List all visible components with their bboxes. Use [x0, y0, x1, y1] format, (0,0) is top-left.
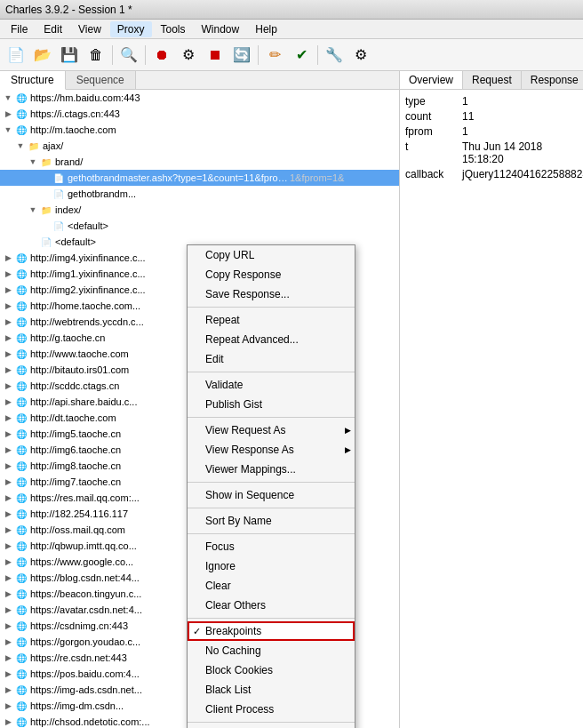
expand-icon[interactable]: ▶	[2, 685, 14, 694]
ctx-ignore[interactable]: Ignore	[188, 556, 355, 576]
toolbar-settings-gear[interactable]: ⚙	[348, 43, 373, 68]
expand-icon[interactable]: ▶	[2, 637, 14, 646]
expand-icon[interactable]: ▶	[2, 605, 14, 614]
expand-icon[interactable]: ▶	[2, 269, 14, 278]
ctx-black-list[interactable]: Black List	[188, 680, 355, 700]
toolbar-tools-wrench[interactable]: 🔧	[322, 43, 347, 68]
toolbar-checkmark[interactable]: ✔	[289, 43, 314, 68]
expand-icon[interactable]: ▶	[2, 461, 14, 470]
expand-icon[interactable]: ▼	[14, 141, 27, 150]
ctx-view-response-as[interactable]: View Response As	[188, 440, 355, 460]
tree-item[interactable]: ▼ 🌐 https://hm.baidu.com:443	[0, 90, 399, 106]
ctx-validate[interactable]: Validate	[188, 375, 355, 395]
expand-icon[interactable]: ▼	[27, 205, 39, 214]
tree-item-selected[interactable]: 📄 gethotbrandmaster.ashx?type=1&count=11…	[0, 170, 399, 186]
ctx-clear-others[interactable]: Clear Others	[188, 596, 355, 615]
expand-icon[interactable]: ▶	[2, 381, 14, 390]
tree-item[interactable]: 📄 gethotbrandm...	[0, 186, 399, 202]
expand-icon[interactable]: ▶	[2, 301, 14, 310]
toolbar-stop[interactable]: ⏹	[203, 43, 228, 68]
toolbar-edit-pencil[interactable]: ✏	[262, 43, 287, 68]
ctx-block-cookies[interactable]: Block Cookies	[188, 660, 355, 680]
globe-icon: 🌐	[14, 123, 28, 137]
ctx-focus[interactable]: Focus	[188, 537, 355, 556]
ctx-repeat[interactable]: Repeat	[188, 310, 355, 330]
expand-icon[interactable]: ▶	[2, 429, 14, 438]
expand-icon[interactable]: ▶	[2, 701, 14, 710]
expand-icon[interactable]: ▶	[2, 445, 14, 454]
expand-icon[interactable]: ▶	[2, 573, 14, 582]
expand-icon[interactable]: ▶	[2, 509, 14, 518]
expand-icon[interactable]: ▼	[2, 125, 14, 134]
expand-icon[interactable]: ▶	[2, 413, 14, 422]
tab-structure[interactable]: Structure	[0, 71, 66, 90]
tree-item[interactable]: ▼ 📁 ajax/	[0, 138, 399, 154]
ctx-publish-gist[interactable]: Publish Gist	[188, 395, 355, 414]
ctx-save-response[interactable]: Save Response...	[188, 284, 355, 304]
ctx-view-request-as[interactable]: View Request As	[188, 420, 355, 440]
tree-item[interactable]: ▼ 📁 brand/	[0, 154, 399, 170]
tab-sequence[interactable]: Sequence	[66, 71, 136, 89]
expand-icon[interactable]: ▶	[2, 333, 14, 342]
tree-item[interactable]: ▶ 🌐 https://i.ctags.cn:443	[0, 106, 399, 122]
menu-proxy[interactable]: Proxy	[110, 21, 152, 37]
ctx-viewer-mappings[interactable]: Viewer Mappings...	[188, 460, 355, 479]
ctx-clear[interactable]: Clear	[188, 576, 355, 596]
tree-item[interactable]: ▼ 📁 index/	[0, 202, 399, 218]
toolbar-delete[interactable]: 🗑	[84, 43, 108, 68]
menu-view[interactable]: View	[71, 21, 108, 37]
expand-icon[interactable]: ▶	[2, 621, 14, 630]
expand-icon[interactable]: ▶	[2, 525, 14, 534]
ctx-breakpoints[interactable]: ✓ Breakpoints	[188, 621, 355, 641]
expand-icon[interactable]: ▶	[2, 285, 14, 294]
expand-icon[interactable]: ▶	[2, 109, 14, 118]
ctx-client-process[interactable]: Client Process	[188, 700, 355, 719]
tab-response[interactable]: Response	[522, 71, 583, 89]
expand-icon[interactable]: ▶	[2, 397, 14, 406]
expand-icon[interactable]: ▼	[2, 93, 14, 102]
menu-window[interactable]: Window	[195, 21, 247, 37]
right-row-fprom: fprom 1	[405, 125, 578, 138]
ctx-no-caching[interactable]: No Caching	[188, 641, 355, 660]
ctx-repeat-advanced[interactable]: Repeat Advanced...	[188, 330, 355, 349]
tree-item-continuation: 1&fprom=1&	[290, 172, 344, 183]
tree-item[interactable]: ▼ 🌐 http://m.taoche.com	[0, 122, 399, 138]
expand-icon[interactable]: ▶	[2, 717, 14, 726]
tab-overview[interactable]: Overview	[400, 71, 463, 89]
globe-icon: 🌐	[14, 411, 28, 425]
expand-icon[interactable]: ▶	[2, 253, 14, 262]
expand-icon[interactable]: ▶	[2, 365, 14, 374]
expand-icon[interactable]: ▶	[2, 557, 14, 566]
ctx-copy-response[interactable]: Copy Response	[188, 265, 355, 284]
tab-request[interactable]: Request	[463, 71, 522, 89]
menu-help[interactable]: Help	[248, 21, 284, 37]
globe-icon: 🌐	[14, 619, 28, 633]
tree-item[interactable]: 📄 <default>	[0, 218, 399, 234]
ctx-sep	[188, 417, 355, 418]
expand-icon[interactable]: ▶	[2, 589, 14, 598]
expand-icon[interactable]: ▶	[2, 349, 14, 358]
tree-item-label: http://182.254.116.117	[30, 508, 128, 519]
menu-edit[interactable]: Edit	[36, 21, 69, 37]
toolbar-record[interactable]: ⏺	[149, 43, 174, 68]
ctx-sort-by-name[interactable]: Sort By Name	[188, 511, 355, 531]
ctx-edit[interactable]: Edit	[188, 349, 355, 369]
toolbar-search[interactable]: 🔍	[116, 43, 141, 68]
toolbar-save[interactable]: 💾	[57, 43, 82, 68]
expand-icon[interactable]: ▶	[2, 477, 14, 486]
toolbar-reload[interactable]: 🔄	[229, 43, 254, 68]
expand-icon[interactable]: ▶	[2, 493, 14, 502]
ctx-copy-url[interactable]: Copy URL	[188, 245, 355, 265]
toolbar-open[interactable]: 📂	[30, 43, 55, 68]
menu-tools[interactable]: Tools	[154, 21, 193, 37]
expand-icon[interactable]: ▶	[2, 653, 14, 662]
expand-icon[interactable]: ▼	[27, 157, 39, 166]
expand-icon[interactable]: ▶	[2, 541, 14, 550]
expand-icon[interactable]: ▶	[2, 317, 14, 326]
toolbar-new-session[interactable]: 📄	[4, 43, 28, 68]
toolbar-filter[interactable]: ⚙	[176, 43, 201, 68]
menu-file[interactable]: File	[4, 21, 35, 37]
expand-icon[interactable]: ▶	[2, 669, 14, 678]
ctx-show-in-sequence[interactable]: Show in Sequence	[188, 485, 355, 505]
toolbar: 📄 📂 💾 🗑 🔍 ⏺ ⚙ ⏹ 🔄 ✏ ✔ 🔧 ⚙	[0, 39, 583, 71]
